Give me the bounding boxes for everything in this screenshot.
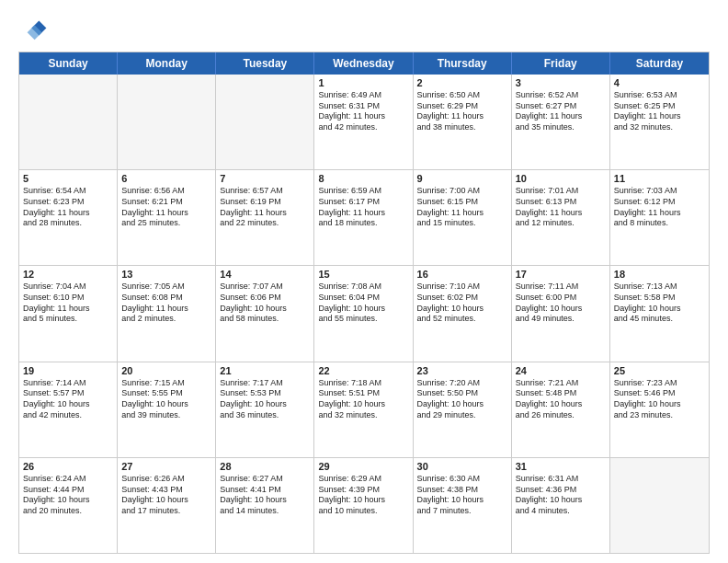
day-info: Sunrise: 7:03 AM Sunset: 6:12 PM Dayligh… (614, 186, 705, 229)
day-number: 18 (614, 269, 705, 280)
day-number: 8 (318, 173, 408, 184)
weekday-header: Wednesday (314, 52, 413, 75)
day-number: 4 (614, 77, 705, 88)
day-info: Sunrise: 6:24 AM Sunset: 4:44 PM Dayligh… (23, 474, 113, 517)
day-number: 9 (417, 173, 507, 184)
calendar-day-cell: 26Sunrise: 6:24 AM Sunset: 4:44 PM Dayli… (19, 458, 118, 553)
day-number: 15 (318, 269, 408, 280)
calendar-day-cell: 24Sunrise: 7:21 AM Sunset: 5:48 PM Dayli… (512, 362, 610, 457)
day-number: 6 (121, 173, 211, 184)
calendar-header: SundayMondayTuesdayWednesdayThursdayFrid… (19, 52, 709, 75)
day-number: 13 (121, 269, 211, 280)
day-number: 16 (417, 269, 507, 280)
calendar-day-cell: 12Sunrise: 7:04 AM Sunset: 6:10 PM Dayli… (19, 266, 118, 361)
empty-cell (216, 75, 314, 169)
day-info: Sunrise: 7:23 AM Sunset: 5:46 PM Dayligh… (614, 378, 705, 421)
calendar-day-cell: 30Sunrise: 6:30 AM Sunset: 4:38 PM Dayli… (414, 458, 512, 553)
calendar-row: 26Sunrise: 6:24 AM Sunset: 4:44 PM Dayli… (19, 457, 709, 553)
day-number: 21 (220, 365, 310, 376)
day-number: 14 (220, 269, 310, 280)
day-info: Sunrise: 7:21 AM Sunset: 5:48 PM Dayligh… (516, 378, 606, 421)
calendar-day-cell: 10Sunrise: 7:01 AM Sunset: 6:13 PM Dayli… (512, 170, 610, 265)
calendar-body: 1Sunrise: 6:49 AM Sunset: 6:31 PM Daylig… (19, 75, 709, 553)
day-number: 17 (516, 269, 606, 280)
calendar-day-cell: 28Sunrise: 6:27 AM Sunset: 4:41 PM Dayli… (216, 458, 314, 553)
day-number: 27 (121, 461, 211, 472)
day-info: Sunrise: 7:01 AM Sunset: 6:13 PM Dayligh… (516, 186, 606, 229)
calendar-row: 19Sunrise: 7:14 AM Sunset: 5:57 PM Dayli… (19, 362, 709, 457)
weekday-header: Friday (512, 52, 610, 75)
day-number: 26 (23, 461, 113, 472)
day-number: 25 (614, 365, 705, 376)
calendar-day-cell: 13Sunrise: 7:05 AM Sunset: 6:08 PM Dayli… (118, 266, 216, 361)
day-info: Sunrise: 6:31 AM Sunset: 4:36 PM Dayligh… (516, 474, 606, 517)
day-number: 31 (516, 461, 606, 472)
day-number: 28 (220, 461, 310, 472)
empty-cell (118, 75, 216, 169)
day-info: Sunrise: 6:56 AM Sunset: 6:21 PM Dayligh… (121, 186, 211, 229)
day-number: 1 (318, 77, 408, 88)
calendar-day-cell: 9Sunrise: 7:00 AM Sunset: 6:15 PM Daylig… (414, 170, 512, 265)
day-info: Sunrise: 6:30 AM Sunset: 4:38 PM Dayligh… (417, 474, 507, 517)
day-info: Sunrise: 7:17 AM Sunset: 5:53 PM Dayligh… (220, 378, 310, 421)
day-info: Sunrise: 7:20 AM Sunset: 5:50 PM Dayligh… (417, 378, 507, 421)
day-number: 20 (121, 365, 211, 376)
day-info: Sunrise: 7:14 AM Sunset: 5:57 PM Dayligh… (23, 378, 113, 421)
calendar-day-cell: 29Sunrise: 6:29 AM Sunset: 4:39 PM Dayli… (314, 458, 413, 553)
day-number: 29 (318, 461, 408, 472)
day-number: 11 (614, 173, 705, 184)
empty-cell (19, 75, 118, 169)
empty-cell (610, 458, 709, 553)
day-info: Sunrise: 7:07 AM Sunset: 6:06 PM Dayligh… (220, 282, 310, 325)
day-info: Sunrise: 7:04 AM Sunset: 6:10 PM Dayligh… (23, 282, 113, 325)
calendar-day-cell: 21Sunrise: 7:17 AM Sunset: 5:53 PM Dayli… (216, 362, 314, 457)
calendar-day-cell: 5Sunrise: 6:54 AM Sunset: 6:23 PM Daylig… (19, 170, 118, 265)
day-info: Sunrise: 6:52 AM Sunset: 6:27 PM Dayligh… (516, 90, 606, 133)
day-info: Sunrise: 6:57 AM Sunset: 6:19 PM Dayligh… (220, 186, 310, 229)
calendar-day-cell: 27Sunrise: 6:26 AM Sunset: 4:43 PM Dayli… (118, 458, 216, 553)
calendar-day-cell: 25Sunrise: 7:23 AM Sunset: 5:46 PM Dayli… (610, 362, 709, 457)
weekday-header: Saturday (610, 52, 709, 75)
calendar-day-cell: 16Sunrise: 7:10 AM Sunset: 6:02 PM Dayli… (414, 266, 512, 361)
day-number: 10 (516, 173, 606, 184)
calendar-day-cell: 2Sunrise: 6:50 AM Sunset: 6:29 PM Daylig… (414, 75, 512, 169)
calendar-row: 1Sunrise: 6:49 AM Sunset: 6:31 PM Daylig… (19, 75, 709, 169)
calendar-day-cell: 3Sunrise: 6:52 AM Sunset: 6:27 PM Daylig… (512, 75, 610, 169)
calendar-day-cell: 11Sunrise: 7:03 AM Sunset: 6:12 PM Dayli… (610, 170, 709, 265)
calendar-day-cell: 22Sunrise: 7:18 AM Sunset: 5:51 PM Dayli… (314, 362, 413, 457)
day-info: Sunrise: 6:50 AM Sunset: 6:29 PM Dayligh… (417, 90, 507, 133)
day-number: 19 (23, 365, 113, 376)
calendar-day-cell: 23Sunrise: 7:20 AM Sunset: 5:50 PM Dayli… (414, 362, 512, 457)
calendar-day-cell: 18Sunrise: 7:13 AM Sunset: 5:58 PM Dayli… (610, 266, 709, 361)
weekday-header: Sunday (19, 52, 118, 75)
day-info: Sunrise: 7:10 AM Sunset: 6:02 PM Dayligh… (417, 282, 507, 325)
day-number: 3 (516, 77, 606, 88)
calendar-day-cell: 7Sunrise: 6:57 AM Sunset: 6:19 PM Daylig… (216, 170, 314, 265)
day-info: Sunrise: 7:18 AM Sunset: 5:51 PM Dayligh… (318, 378, 408, 421)
day-info: Sunrise: 6:54 AM Sunset: 6:23 PM Dayligh… (23, 186, 113, 229)
logo-icon (18, 15, 48, 44)
day-info: Sunrise: 6:49 AM Sunset: 6:31 PM Dayligh… (318, 90, 408, 133)
day-info: Sunrise: 7:15 AM Sunset: 5:55 PM Dayligh… (121, 378, 211, 421)
day-number: 12 (23, 269, 113, 280)
calendar-day-cell: 6Sunrise: 6:56 AM Sunset: 6:21 PM Daylig… (118, 170, 216, 265)
calendar-day-cell: 8Sunrise: 6:59 AM Sunset: 6:17 PM Daylig… (314, 170, 413, 265)
calendar-row: 5Sunrise: 6:54 AM Sunset: 6:23 PM Daylig… (19, 169, 709, 265)
day-info: Sunrise: 6:29 AM Sunset: 4:39 PM Dayligh… (318, 474, 408, 517)
day-number: 22 (318, 365, 408, 376)
day-number: 24 (516, 365, 606, 376)
day-number: 30 (417, 461, 507, 472)
calendar-day-cell: 17Sunrise: 7:11 AM Sunset: 6:00 PM Dayli… (512, 266, 610, 361)
day-info: Sunrise: 6:59 AM Sunset: 6:17 PM Dayligh… (318, 186, 408, 229)
day-info: Sunrise: 6:53 AM Sunset: 6:25 PM Dayligh… (614, 90, 705, 133)
day-info: Sunrise: 7:13 AM Sunset: 5:58 PM Dayligh… (614, 282, 705, 325)
calendar-day-cell: 14Sunrise: 7:07 AM Sunset: 6:06 PM Dayli… (216, 266, 314, 361)
calendar-day-cell: 1Sunrise: 6:49 AM Sunset: 6:31 PM Daylig… (314, 75, 413, 169)
calendar-day-cell: 19Sunrise: 7:14 AM Sunset: 5:57 PM Dayli… (19, 362, 118, 457)
header (18, 15, 710, 44)
day-number: 2 (417, 77, 507, 88)
calendar-day-cell: 20Sunrise: 7:15 AM Sunset: 5:55 PM Dayli… (118, 362, 216, 457)
day-info: Sunrise: 7:00 AM Sunset: 6:15 PM Dayligh… (417, 186, 507, 229)
weekday-header: Thursday (414, 52, 512, 75)
day-number: 7 (220, 173, 310, 184)
